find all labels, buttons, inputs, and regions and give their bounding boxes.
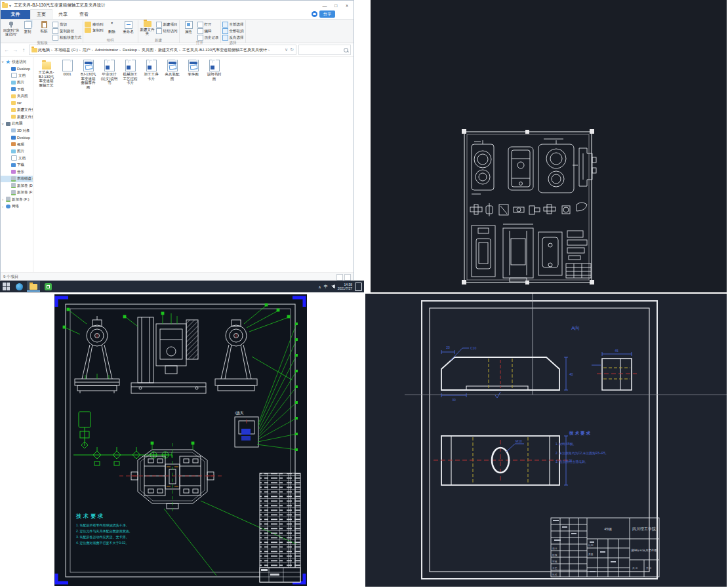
sidebar-item-quick-access[interactable]: 快速访问 [1,58,33,66]
sidebar-item-downloads[interactable]: 下载 [1,162,33,169]
expander-icon[interactable] [1,122,5,126]
address-dropdown-icon[interactable]: ∨ [285,47,288,52]
easy-access-button[interactable]: 轻松访问 [156,28,178,34]
select-all-button[interactable]: 全部选择 [222,22,244,28]
sidebar-item-folder[interactable]: rar [1,100,33,107]
paste-button[interactable]: 粘贴 [36,20,52,33]
breadcrumb-segment[interactable]: 夹具图 [142,47,157,53]
copy-path-icon [52,28,58,34]
cad-part-canvas[interactable]: 20 C10 40 30 45 A向 [364,292,728,588]
svg-text:工艺: 工艺 [552,566,557,570]
invert-selection-button[interactable]: 反向选择 [222,35,244,41]
sidebar-item-pictures[interactable]: 图片 [1,148,33,155]
taskbar-cad-viewer-button[interactable] [41,281,54,292]
sidebar-item-volume-f[interactable]: 新加卷 (F:) [1,189,33,197]
sidebar-item-network[interactable]: 网络 [1,203,33,210]
notification-center-icon[interactable] [355,283,362,291]
file-item-doc[interactable]: 机械加工工艺过程卡片 [121,60,139,85]
new-folder-button[interactable]: 新建文件夹 [140,20,155,35]
sidebar-item-volume-f-root[interactable]: 新加卷 (F:) [1,196,33,203]
start-button[interactable] [2,282,11,291]
breadcrumb-segment[interactable]: 用户 [83,47,94,53]
refresh-icon[interactable]: ↻ [290,47,294,52]
expander-icon[interactable] [1,60,5,64]
tab-view[interactable]: 查看 [73,10,94,19]
cloud-share-button[interactable]: 分享 [319,10,335,18]
navigation-pane: 快速访问 Desktop 文档 图片 下载 夹具图 rar 新建文件夹 新建文件… [1,57,33,272]
sidebar-item-desktop[interactable]: Desktop [1,66,33,73]
breadcrumb-segment[interactable]: Desktop [123,48,141,52]
ime-indicator[interactable]: 中 [324,284,328,290]
sidebar-item-documents[interactable]: 文档 [1,72,33,79]
breadcrumb-segment[interactable]: 新建文件夹 [158,47,182,53]
clock[interactable]: 14:58 2021/7/27 [338,283,352,290]
sidebar-item-folder[interactable]: 新建文件夹 (2) [1,113,33,121]
back-button[interactable]: ← [3,47,10,53]
open-button[interactable]: 打开 [197,22,219,28]
cad-assembly-canvas[interactable] [0,292,364,588]
breadcrumb-segment[interactable]: 本地磁盘 (C:) [54,47,82,53]
quick-access-toolbar[interactable]: ▾ [2,3,11,8]
sidebar-item-volume-d[interactable]: 新加卷 (D:) [1,182,33,189]
svg-text:批准: 批准 [552,573,557,576]
expander-icon[interactable] [1,197,5,201]
breadcrumb-segment[interactable]: 工艺夹具-BJ-130汽车变速箱侧轴工艺及夹具设计 [182,47,271,53]
breadcrumb[interactable]: 此电脑 本地磁盘 (C:) 用户 Administrator Desktop 夹… [29,45,296,55]
move-to-button[interactable]: 移动到 [85,22,104,27]
sidebar-item-downloads[interactable]: 下载 [1,86,33,93]
minimize-button[interactable]: — [319,1,330,9]
tab-file[interactable]: 文件 [1,10,30,19]
tray-chevron-icon[interactable]: ∧ [318,284,321,289]
sidebar-item-local-disk-c[interactable]: 本地磁盘 (C:) [1,176,33,183]
file-item[interactable]: 0001 [58,60,76,77]
history-button[interactable]: 历史记录 [197,35,219,41]
forward-button[interactable]: → [12,47,18,53]
cut-button[interactable]: 剪切 [52,22,81,28]
tab-home[interactable]: 主页 [30,9,52,19]
file-item-dwg[interactable]: 零件图 [184,60,202,77]
copy-path-button[interactable]: 复制路径 [52,28,81,34]
close-button[interactable]: × [342,1,352,9]
view-list-toggle-icon[interactable] [336,274,343,281]
maximize-button[interactable]: □ [331,1,341,9]
taskbar-browser-button[interactable] [12,281,26,292]
cad-preview-canvas[interactable] [371,0,727,292]
paste-shortcut-button[interactable]: 粘贴快捷方式 [52,35,81,41]
sidebar-item-pictures[interactable]: 图片 [1,79,33,87]
file-item-doc[interactable]: 说明书封面 [205,60,223,81]
qat-customize-icon[interactable]: ▾ [9,3,11,8]
file-item-doc[interactable]: 毕业设计(论文)说明书 [100,60,118,85]
speaker-icon[interactable] [331,284,335,288]
sidebar-item-videos[interactable]: 视频 [1,141,33,148]
sidebar-item-desktop[interactable]: Desktop [1,134,33,142]
tab-share[interactable]: 共享 [52,10,73,19]
sidebar-item-documents[interactable]: 文档 [1,155,33,162]
breadcrumb-segment[interactable]: 此电脑 [38,47,54,53]
sidebar-item-folder[interactable]: 新建文件夹 [1,107,33,114]
sidebar-item-music[interactable]: 音乐 [1,168,33,176]
sidebar-item-folder[interactable]: 夹具图 [1,93,33,100]
ribbon-group-new: 新建文件夹 新建项目 轻松访问 新建 [138,20,180,43]
cloud-app-icon[interactable] [312,11,317,17]
pin-quick-access-button[interactable]: 固定到"快速访问" [3,20,19,36]
taskbar-explorer-button[interactable] [27,281,40,292]
search-input[interactable] [298,45,351,55]
view-thumbnail-toggle-icon[interactable] [344,274,351,281]
new-item-button[interactable]: 新建项目 [156,22,178,28]
expander-icon[interactable] [1,205,5,208]
file-item-dwg[interactable]: 夹具装配图 [163,60,181,81]
select-none-button[interactable]: 全部取消 [222,28,244,34]
file-item-doc[interactable]: 加工工序卡片 [142,60,160,81]
up-button[interactable]: ↑ [20,47,27,53]
rename-button[interactable]: 重命名 [121,20,136,33]
file-item-folder[interactable]: 工艺夹具-BJ-130汽车变速箱侧轴工艺及... [37,60,55,88]
properties-button[interactable]: 属性 [181,20,197,33]
copy-button[interactable]: 复制 [20,20,35,33]
breadcrumb-segment[interactable]: Administrator [95,48,122,52]
file-item-dwg[interactable]: BJ-130汽车变速箱侧轴零件图 [79,60,97,89]
sidebar-item-this-pc[interactable]: 此电脑 [1,121,33,128]
copy-to-button[interactable]: 复制到 [85,28,104,33]
edit-button[interactable]: 编辑 [197,28,219,34]
delete-button[interactable]: ×删除 [104,20,120,33]
sidebar-item-3d-objects[interactable]: 3D 对象 [1,127,33,134]
